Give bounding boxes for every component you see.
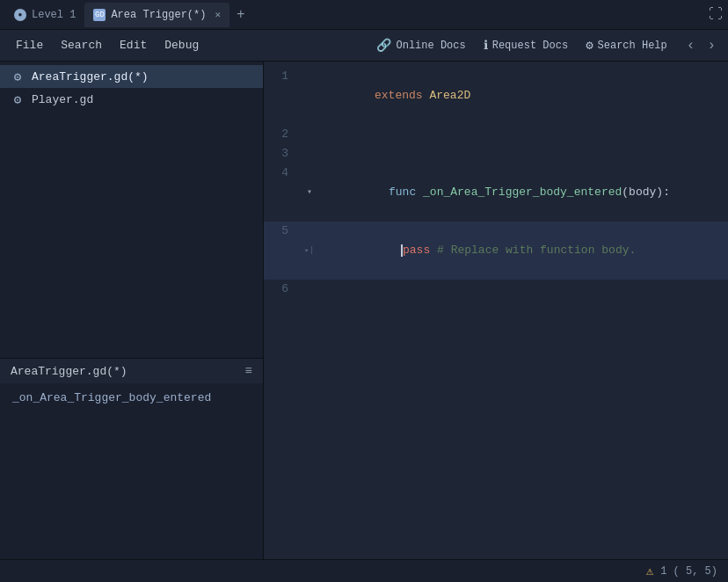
nav-arrows: ‹ › bbox=[681, 36, 721, 55]
add-tab-button[interactable]: + bbox=[229, 7, 252, 23]
fold-arrow-4[interactable]: ▾ bbox=[302, 164, 317, 222]
search-help-label: Search Help bbox=[598, 40, 667, 52]
code-text-4: func _on_Area_Trigger_body_entered(body)… bbox=[317, 164, 728, 222]
areatrigger-icon: GD bbox=[93, 9, 106, 21]
sidebar-bottom-title: AreaTrigger.gd(*) bbox=[11, 365, 127, 378]
line-num-3: 3 bbox=[264, 144, 302, 164]
menu-bar: File Search Edit Debug 🔗 Online Docs ℹ R… bbox=[0, 30, 728, 62]
function-list: _on_Area_Trigger_body_entered bbox=[0, 383, 263, 559]
code-line-1: 1 extends Area2D bbox=[264, 67, 728, 125]
level1-icon: ● bbox=[14, 9, 26, 21]
menu-search[interactable]: Search bbox=[52, 35, 111, 55]
sidebar: ⚙ AreaTrigger.gd(*) ⚙ Player.gd AreaTrig… bbox=[0, 62, 264, 559]
online-docs-button[interactable]: 🔗 Online Docs bbox=[368, 34, 474, 56]
file-list: ⚙ AreaTrigger.gd(*) ⚙ Player.gd bbox=[0, 62, 263, 358]
status-bar: ⚠ 1 ( 5, 5) bbox=[0, 559, 728, 582]
tab-areatrigger-label: Area Trigger(*) bbox=[111, 9, 206, 21]
gear-icon-areatrigger: ⚙ bbox=[11, 69, 25, 84]
line-num-6: 6 bbox=[264, 280, 302, 299]
maximize-button[interactable]: ⛶ bbox=[709, 6, 723, 23]
online-docs-label: Online Docs bbox=[396, 40, 465, 52]
title-bar: ● Level 1 GD Area Trigger(*) ✕ + ⛶ bbox=[0, 0, 728, 30]
nav-prev-button[interactable]: ‹ bbox=[681, 36, 701, 55]
code-text-6 bbox=[302, 280, 728, 299]
code-text-1: extends Area2D bbox=[302, 67, 728, 125]
code-line-4: 4 ▾ func _on_Area_Trigger_body_entered(b… bbox=[264, 164, 728, 222]
code-text-5: pass # Replace with function body. bbox=[317, 222, 728, 280]
main-content: ⚙ AreaTrigger.gd(*) ⚙ Player.gd AreaTrig… bbox=[0, 62, 728, 559]
function-item-body-entered[interactable]: _on_Area_Trigger_body_entered bbox=[0, 387, 263, 409]
menu-edit[interactable]: Edit bbox=[111, 35, 156, 55]
tab-areatrigger[interactable]: GD Area Trigger(*) ✕ bbox=[84, 3, 229, 27]
search-help-button[interactable]: ⚙ Search Help bbox=[577, 34, 676, 56]
sidebar-bottom: AreaTrigger.gd(*) ≡ _on_Area_Trigger_bod… bbox=[0, 358, 263, 559]
code-editor[interactable]: 1 extends Area2D 2 3 4 ▾ func _on_Are bbox=[264, 62, 728, 559]
tab-level1-label: Level 1 bbox=[32, 9, 76, 21]
file-areatrigger-label: AreaTrigger.gd(*) bbox=[32, 70, 149, 84]
code-line-5: 5 ▸| pass # Replace with function body. bbox=[264, 222, 728, 280]
fold-indicator-5: ▸| bbox=[302, 222, 317, 280]
warning-icon: ⚠ bbox=[646, 564, 653, 578]
tab-level1[interactable]: ● Level 1 bbox=[5, 3, 84, 27]
request-docs-button[interactable]: ℹ Request Docs bbox=[475, 34, 577, 56]
menu-file[interactable]: File bbox=[7, 35, 52, 55]
code-line-3: 3 bbox=[264, 144, 728, 164]
code-content: 1 extends Area2D 2 3 4 ▾ func _on_Are bbox=[264, 62, 728, 559]
info-icon: ℹ bbox=[484, 38, 488, 53]
request-docs-label: Request Docs bbox=[492, 40, 568, 52]
code-text-3 bbox=[302, 144, 728, 164]
link-icon: 🔗 bbox=[376, 38, 391, 53]
code-line-2: 2 bbox=[264, 125, 728, 144]
function-label: _on_Area_Trigger_body_entered bbox=[12, 391, 211, 404]
sort-icon[interactable]: ≡ bbox=[245, 364, 252, 378]
file-item-player[interactable]: ⚙ Player.gd bbox=[0, 88, 263, 111]
line-num-4: 4 bbox=[264, 164, 302, 222]
search-help-icon: ⚙ bbox=[586, 38, 593, 53]
menu-debug[interactable]: Debug bbox=[156, 35, 207, 55]
file-item-areatrigger[interactable]: ⚙ AreaTrigger.gd(*) bbox=[0, 65, 263, 88]
code-text-2 bbox=[302, 125, 728, 144]
close-tab-icon[interactable]: ✕ bbox=[215, 9, 221, 20]
code-line-6: 6 bbox=[264, 280, 728, 299]
status-info: 1 ( 5, 5) bbox=[660, 565, 717, 578]
sidebar-bottom-header: AreaTrigger.gd(*) ≡ bbox=[0, 359, 263, 383]
nav-next-button[interactable]: › bbox=[702, 36, 721, 55]
line-num-1: 1 bbox=[264, 67, 302, 125]
gear-icon-player: ⚙ bbox=[11, 92, 25, 106]
file-player-label: Player.gd bbox=[32, 93, 93, 106]
line-num-2: 2 bbox=[264, 125, 302, 144]
line-num-5: 5 bbox=[264, 222, 302, 280]
